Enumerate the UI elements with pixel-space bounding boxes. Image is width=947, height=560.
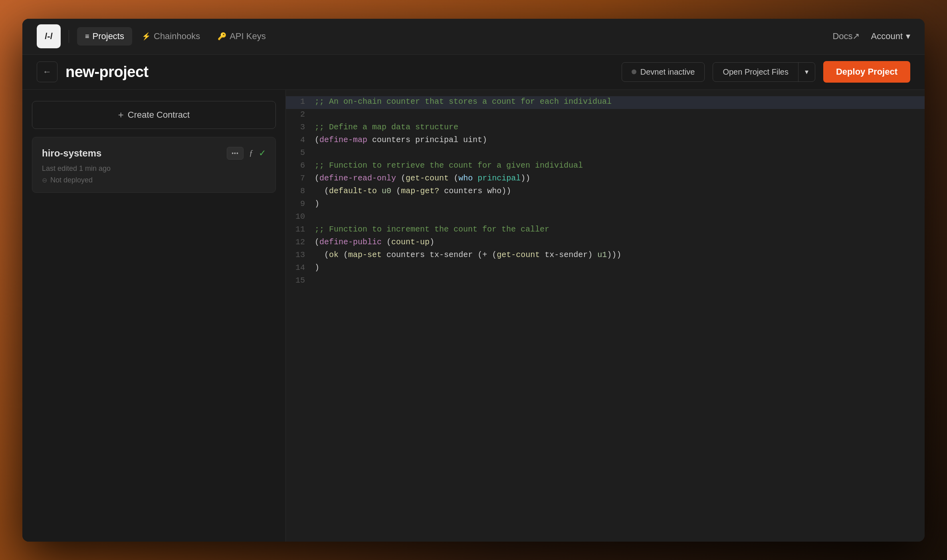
tab-api-keys[interactable]: 🔑 API Keys [210,27,273,46]
projects-icon: ≡ [85,32,89,41]
devnet-button[interactable]: Devnet inactive [622,62,705,82]
line-code-6: ;; Function to retrieve the count for a … [315,161,592,170]
chainhooks-icon: ⚡ [142,32,151,41]
tab-api-keys-label: API Keys [230,31,265,42]
code-line-2: 2 [286,109,925,122]
code-line-15: 15 [286,275,925,288]
line-number-3: 3 [286,123,315,132]
open-files-chevron-icon[interactable]: ▾ [798,63,815,81]
open-project-files-button[interactable]: Open Project Files ▾ [713,62,815,82]
contract-meta: Last edited 1 min ago ⊖ Not deployed [42,164,266,184]
line-code-8: (default-to u0 (map-get? counters who)) [315,186,521,196]
tab-projects-label: Projects [93,31,124,42]
open-files-main-label[interactable]: Open Project Files [713,63,798,81]
nav-tabs: ≡ Projects ⚡ Chainhooks 🔑 API Keys [77,27,274,46]
line-code-13: (ok (map-set counters tx-sender (+ (get-… [315,250,631,259]
function-icon[interactable]: ƒ [249,148,253,158]
line-number-9: 9 [286,199,315,208]
line-number-2: 2 [286,110,315,119]
line-code-2 [315,110,329,119]
back-icon: ← [43,67,52,77]
devnet-label: Devnet inactive [640,67,695,77]
devnet-status-dot [632,69,636,74]
logo-button[interactable]: /-/ [37,24,61,48]
last-edited-label: Last edited 1 min ago [42,164,266,173]
code-line-9: 9 ) [286,198,925,211]
create-contract-label: Create Contract [128,110,190,120]
line-code-10 [315,212,329,221]
code-line-1: 1 ;; An on-chain counter that stores a c… [286,96,925,109]
not-deployed-label: Not deployed [50,176,93,184]
line-number-10: 10 [286,212,315,221]
line-code-5 [315,148,329,157]
docs-link[interactable]: Docs↗ [832,31,860,42]
account-chevron-icon: ▾ [906,31,910,42]
left-panel: + Create Contract hiro-systems ••• ƒ ✓ L… [22,90,286,542]
code-line-6: 6 ;; Function to retrieve the count for … [286,160,925,173]
line-code-14: ) [315,263,329,272]
not-deployed-status: ⊖ Not deployed [42,176,266,184]
ellipsis-icon: ••• [232,150,239,156]
line-code-15 [315,276,329,285]
code-area[interactable]: 1 ;; An on-chain counter that stores a c… [286,90,925,542]
line-code-4: (define-map counters principal uint) [315,135,497,144]
code-line-8: 8 (default-to u0 (map-get? counters who)… [286,186,925,198]
code-line-5: 5 [286,147,925,160]
contract-card-header: hiro-systems ••• ƒ ✓ [42,147,266,160]
project-name: new-project [65,63,149,81]
contract-actions: ••• ƒ ✓ [227,147,266,160]
account-button[interactable]: Account ▾ [871,31,911,42]
not-deployed-icon: ⊖ [42,176,47,184]
contract-menu-button[interactable]: ••• [227,147,244,160]
line-number-13: 13 [286,250,315,259]
code-editor[interactable]: 1 ;; An on-chain counter that stores a c… [286,90,925,542]
line-code-3: ;; Define a map data structure [315,123,468,132]
check-icon: ✓ [259,148,266,158]
line-number-11: 11 [286,225,315,234]
top-nav: /-/ ≡ Projects ⚡ Chainhooks 🔑 API Keys D… [22,19,925,55]
code-line-4: 4 (define-map counters principal uint) [286,135,925,147]
nav-right: Docs↗ Account ▾ [832,31,910,42]
nav-divider [69,30,69,43]
tab-chainhooks-label: Chainhooks [154,31,200,42]
line-number-6: 6 [286,161,315,170]
docs-label: Docs↗ [832,31,860,42]
project-header: ← new-project Devnet inactive Open Proje… [22,55,925,90]
line-number-8: 8 [286,186,315,196]
line-number-1: 1 [286,97,315,106]
code-line-14: 14 ) [286,262,925,275]
line-number-15: 15 [286,276,315,285]
line-code-7: (define-read-only (get-count (who princi… [315,174,540,183]
line-code-12: (define-public (count-up) [315,237,444,247]
main-content: + Create Contract hiro-systems ••• ƒ ✓ L… [22,90,925,542]
tab-projects[interactable]: ≡ Projects [77,27,132,46]
contract-name: hiro-systems [42,148,101,159]
line-number-7: 7 [286,174,315,183]
back-button[interactable]: ← [37,61,57,82]
tab-chainhooks[interactable]: ⚡ Chainhooks [134,27,208,46]
line-code-1: ;; An on-chain counter that stores a cou… [315,97,621,106]
plus-icon: + [118,109,124,121]
deploy-project-button[interactable]: Deploy Project [823,61,910,83]
line-code-11: ;; Function to increment the count for t… [315,225,559,234]
api-keys-icon: 🔑 [218,32,226,41]
line-number-4: 4 [286,135,315,144]
line-code-9: ) [315,199,329,208]
code-line-7: 7 (define-read-only (get-count (who prin… [286,173,925,186]
line-number-5: 5 [286,148,315,157]
account-label: Account [871,31,903,42]
code-line-10: 10 [286,211,925,224]
create-contract-button[interactable]: + Create Contract [32,101,276,129]
line-number-12: 12 [286,237,315,247]
code-line-13: 13 (ok (map-set counters tx-sender (+ (g… [286,249,925,262]
code-line-11: 11 ;; Function to increment the count fo… [286,224,925,237]
code-line-12: 12 (define-public (count-up) [286,237,925,249]
code-line-3: 3 ;; Define a map data structure [286,122,925,135]
line-number-14: 14 [286,263,315,272]
app-window: /-/ ≡ Projects ⚡ Chainhooks 🔑 API Keys D… [22,19,925,542]
contract-card: hiro-systems ••• ƒ ✓ Last edited 1 min a… [32,137,276,193]
